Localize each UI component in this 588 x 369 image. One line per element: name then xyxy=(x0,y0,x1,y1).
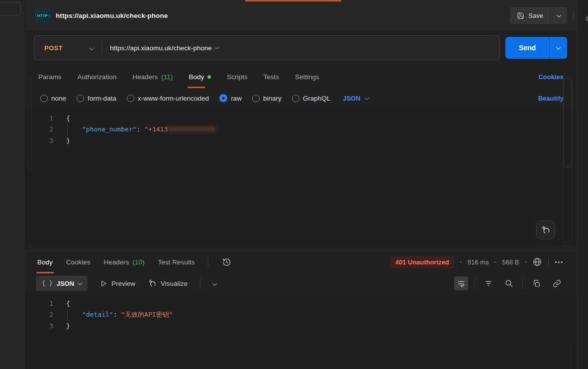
request-url-input[interactable]: https://api.xiaomu.uk/check-phone xyxy=(110,44,212,52)
arrow-up-icon: ↑ xyxy=(34,13,36,17)
tab-tests[interactable]: Tests xyxy=(263,73,279,81)
mode-label: GraphQL xyxy=(303,95,331,102)
response-time[interactable]: 916 ms xyxy=(468,258,489,266)
search-button[interactable] xyxy=(502,276,516,290)
divider xyxy=(200,278,200,288)
tab-scripts[interactable]: Scripts xyxy=(227,73,247,81)
tab-settings[interactable]: Settings xyxy=(295,73,319,81)
json-key: "phone_number" xyxy=(82,125,137,133)
code-line: 3 } xyxy=(25,135,577,146)
sidebar-collapsed-button[interactable] xyxy=(0,2,21,15)
line-number: 2 xyxy=(25,125,53,133)
code-line: 1 { xyxy=(25,113,577,124)
radio-icon xyxy=(292,95,299,102)
wrap-text-icon xyxy=(457,279,466,288)
right-rail xyxy=(577,0,588,369)
tab-label: Headers xyxy=(132,73,158,81)
link-button[interactable] xyxy=(550,276,564,290)
tab-params[interactable]: Params xyxy=(38,73,62,81)
line-number: 3 xyxy=(25,137,53,144)
divider xyxy=(475,278,475,288)
response-body-viewer[interactable]: 1 { 2 "detail" : "无效的API密钥" 3 } xyxy=(25,294,577,369)
response-scrollbar[interactable] xyxy=(571,344,572,369)
status-badge[interactable]: 401 Unauthorized xyxy=(390,256,454,268)
json-value: "无效的API密钥" xyxy=(121,310,173,319)
mode-graphql[interactable]: GraphQL xyxy=(292,95,331,102)
tab-label: Tests xyxy=(263,73,279,81)
code-line: 3 } xyxy=(25,320,577,332)
filter-button[interactable] xyxy=(482,276,495,290)
raw-format-label: JSON xyxy=(343,95,360,102)
radio-icon xyxy=(127,95,134,102)
json-colon: : xyxy=(137,125,145,133)
dot-separator xyxy=(525,261,526,263)
send-options-button[interactable] xyxy=(549,37,567,59)
line-number: 1 xyxy=(25,300,53,307)
method-selector[interactable]: POST xyxy=(34,44,90,52)
chevron-down-icon xyxy=(556,45,561,50)
globe-icon xyxy=(532,257,542,267)
wrap-text-button[interactable] xyxy=(454,276,468,290)
response-history-button[interactable] xyxy=(222,257,231,267)
postbot-button[interactable] xyxy=(536,221,555,240)
dot-separator xyxy=(460,261,462,263)
tab-body[interactable]: Body xyxy=(189,73,211,81)
request-title: https://api.xiaomu.uk/check-phone xyxy=(56,0,168,31)
request-body-editor[interactable]: 1 { 2 "phone_number" : "+1413 5555555555… xyxy=(25,108,577,246)
network-info-button[interactable] xyxy=(532,257,542,267)
send-split-button: Send xyxy=(505,37,567,59)
code-brace: } xyxy=(66,322,70,330)
response-tab-cookies[interactable]: Cookies xyxy=(66,258,91,266)
visualize-button[interactable]: Visualize xyxy=(148,279,188,288)
tab-headers[interactable]: Headers (11) xyxy=(132,73,173,81)
preview-button[interactable]: Preview xyxy=(100,280,135,287)
save-options-button[interactable] xyxy=(550,7,567,24)
code-line: 1 { xyxy=(25,298,577,309)
editor-scrollbar-thumb[interactable] xyxy=(563,78,572,168)
line-number: 3 xyxy=(25,322,53,330)
mode-binary[interactable]: binary xyxy=(252,95,282,102)
beautify-link[interactable]: Beautify xyxy=(538,95,564,102)
response-size[interactable]: 568 B xyxy=(502,258,519,266)
chevron-down-icon xyxy=(212,281,217,286)
method-url-divider xyxy=(101,41,102,54)
right-rail-icon-fragment[interactable] xyxy=(586,16,588,21)
response-action-icons xyxy=(454,276,564,290)
response-tab-headers[interactable]: Headers (10) xyxy=(104,258,145,266)
send-button[interactable]: Send xyxy=(505,37,549,59)
method-chevron[interactable] xyxy=(90,43,94,52)
mode-none[interactable]: none xyxy=(40,95,66,102)
body-has-content-dot xyxy=(207,75,211,79)
response-view-options[interactable] xyxy=(213,279,216,288)
divider xyxy=(208,257,208,267)
response-tab-body[interactable]: Body xyxy=(37,258,53,266)
mode-form-data[interactable]: form-data xyxy=(77,95,116,102)
more-options-button[interactable]: ••• xyxy=(555,259,564,265)
mode-raw[interactable]: raw xyxy=(219,94,242,102)
active-request-tab-indicator xyxy=(245,0,341,1)
braces-icon: { } xyxy=(42,280,53,287)
radio-icon xyxy=(40,95,48,102)
mode-label: binary xyxy=(263,95,282,102)
mode-label: x-www-form-urlencoded xyxy=(138,95,209,102)
mode-x-www-form-urlencoded[interactable]: x-www-form-urlencoded xyxy=(127,95,209,102)
tab-label: Cookies xyxy=(66,258,91,266)
copy-button[interactable] xyxy=(529,276,543,290)
tab-label: Body xyxy=(189,73,204,81)
radio-selected-icon xyxy=(219,94,227,102)
visualize-label: Visualize xyxy=(161,280,188,287)
tab-label: Body xyxy=(37,258,53,266)
response-tab-test-results[interactable]: Test Results xyxy=(158,258,195,266)
code-brace: { xyxy=(66,115,70,122)
tab-authorization[interactable]: Authorization xyxy=(78,73,117,81)
response-format-selector[interactable]: { } JSON xyxy=(36,276,88,291)
tab-label: Params xyxy=(38,73,62,81)
save-button[interactable]: Save xyxy=(510,7,550,24)
request-url-box: POST https://api.xiaomu.uk/check-phone ↵ xyxy=(34,35,500,60)
search-icon xyxy=(504,279,513,288)
raw-format-selector[interactable]: JSON xyxy=(343,95,368,102)
headers-count: (10) xyxy=(133,258,145,266)
cookies-link[interactable]: Cookies xyxy=(538,73,564,81)
body-mode-row: none form-data x-www-form-urlencoded raw… xyxy=(25,89,577,108)
tab-label: Scripts xyxy=(227,73,247,81)
